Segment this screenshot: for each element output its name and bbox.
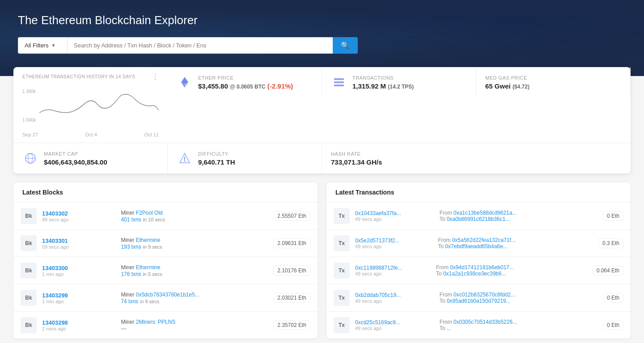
chart-y-high: 1 360k [22,89,36,94]
gas-price-cell: MED GAS PRICE 65 Gwei ($4.72) [476,67,631,97]
page-title: The Ethereum Blockchain Explorer [18,13,626,27]
gas-price-value: 65 Gwei ($4.72) [485,82,530,90]
from-address[interactable]: 0x5a562d22fea132ca71f... [452,237,516,243]
transactions-list: Tx 0x10433aefa37fa... 49 secs ago From 0… [326,203,631,339]
hash-rate-cell: HASH RATE 733,071.34 GH/s [322,143,476,174]
tx-hash[interactable]: 0x10433aefa37fa... [355,210,434,216]
txns-info: 74 txns in 9 secs [121,298,268,305]
transactions-value: 1,315.92 M (14.2 TPS) [352,82,414,90]
from-address[interactable]: 0xa1c13be588dcd9621a... [453,210,517,216]
tx-hash[interactable]: 0x5e2d571373f2... [355,237,432,244]
block-number[interactable]: 13403299 [42,292,115,299]
transactions-cell: TRANSACTIONS 1,315.92 M (14.2 TPS) [322,67,476,97]
block-badge: Bk [21,235,37,251]
txns-info: 401 txns in 10 secs [121,216,268,223]
tx-value: 0 Eth [603,211,623,221]
from-address[interactable]: 0xc012b8325670c8fdd2... [453,292,515,298]
latest-transactions-panel: Latest Transactions Tx 0x10433aefa37fa..… [326,182,631,339]
txns-link[interactable]: 401 txns [121,216,141,223]
chart-title: ETHEREUM TRANSACTION HISTORY IN 14 DAYS [22,74,136,79]
block-number[interactable]: 13403298 [42,319,115,326]
block-info: 13403302 49 secs ago [42,210,115,222]
main-content: Latest Blocks Bk 13403302 49 secs ago Mi… [0,182,644,343]
miner-name[interactable]: 0x5dcb78343780e1b1e5... [136,292,199,298]
miner-label: Miner Ethermine [121,264,268,271]
from-address[interactable]: 0x94d17412181b6eb017... [450,264,514,271]
block-number[interactable]: 13403302 [42,210,115,217]
to-address[interactable]: 0x95ad61b0a150d79219... [447,298,511,304]
block-time: 59 secs ago [42,244,115,250]
tx-time: 49 secs ago [355,216,434,222]
tx-from: From 0x94d17412181b6eb017... [436,264,587,271]
transactions-label: TRANSACTIONS [352,75,414,80]
chevron-down-icon: ▼ [51,43,55,48]
tx-detail: From 0x94d17412181b6eb017... To 0x1a2a1c… [436,264,587,277]
block-miner: Miner F2Pool Old 401 txns in 10 secs [121,210,268,223]
miner-name[interactable]: F2Pool Old [136,210,163,216]
tx-to: To 0x95ad61b0a150d79219... [440,298,597,304]
to-address[interactable]: 0xa0b86991c6218b36c1... [447,216,510,222]
ether-price-cell: ETHER PRICE $3,455.80 @ 0.0605 BTC (-2.9… [168,67,322,97]
tx-badge: Tx [334,263,350,279]
block-info: 13403299 1 min ago [42,292,115,304]
from-address[interactable]: 0x0305c70514d33b5226... [453,319,517,325]
svg-rect-4 [334,81,344,83]
txns-link[interactable]: 74 txns [121,298,138,305]
to-address[interactable]: 0x1a2a1c938ce3ec39b6... [443,271,506,277]
difficulty-icon [177,150,193,166]
tx-hash[interactable]: 0xc1198988712fe... [355,265,431,271]
tx-detail: From 0x0305c70514d33b5226... To ... [440,319,597,331]
gas-price-label: MED GAS PRICE [485,75,530,80]
to-address[interactable]: ... [447,325,451,331]
search-bar: All Filters ▼ 🔍 [18,37,358,54]
txns-link[interactable]: 176 txns [121,271,141,277]
difficulty-cell: DIFFICULTY 9,640.71 TH [168,143,322,174]
block-info: 13403301 59 secs ago [42,237,115,250]
tx-info: 0xcd25c5169ac9... 49 secs ago [355,319,434,331]
svg-rect-5 [334,85,344,86]
ether-price-value: $3,455.80 @ 0.0605 BTC (-2.91%) [198,82,293,90]
miner-name[interactable]: Ethermine [136,237,161,243]
miner-name[interactable]: 2Miners: PPLNS [136,319,176,325]
search-button[interactable]: 🔍 [333,37,358,54]
filter-button[interactable]: All Filters ▼ [18,37,67,54]
tx-hash[interactable]: 0xcd25c5169ac9... [355,319,434,326]
tx-value: 0 Eth [603,320,623,330]
block-time: 49 secs ago [42,217,115,222]
filter-label: All Filters [25,42,48,49]
block-reward: 2.10176 Eth [273,266,310,275]
miner-name[interactable]: Ethermine [136,264,161,271]
latest-transactions-header: Latest Transactions [326,182,631,203]
to-address[interactable]: 0x7ebdf9aeadd65b4a6e... [445,243,507,250]
tx-detail: From 0xc012b8325670c8fdd2... To 0x95ad61… [440,292,597,304]
txns-info: — [121,325,268,332]
tx-from: From 0xa1c13be588dcd9621a... [440,210,597,216]
block-miner: Miner Ethermine 193 txns in 9 secs [121,237,268,250]
search-input[interactable] [67,37,333,54]
tx-badge: Tx [334,317,350,333]
market-cap-icon [22,150,38,166]
block-info: 13403300 1 min ago [42,265,115,277]
txns-link[interactable]: 193 txns [121,244,141,250]
table-row: Bk 13403299 1 min ago Miner 0x5dcb783437… [13,284,318,312]
block-miner: Miner 0x5dcb78343780e1b1e5... 74 txns in… [121,292,268,305]
tx-value: 0.3 Eth [598,238,623,248]
tx-detail: From 0x5a562d22fea132ca71f... To 0x7ebdf… [438,237,593,250]
tx-badge: Tx [334,208,350,224]
block-time: 1 min ago [42,271,115,277]
miner-label: Miner Ethermine [121,237,268,243]
latest-blocks-panel: Latest Blocks Bk 13403302 49 secs ago Mi… [13,182,318,339]
tx-info: 0x10433aefa37fa... 49 secs ago [355,210,434,222]
tx-time: 49 secs ago [355,298,434,304]
block-number[interactable]: 13403301 [42,237,115,244]
block-reward: 2.03021 Eth [273,293,310,303]
tx-hash[interactable]: 0xb2ddab705c19... [355,292,434,298]
transaction-chart [39,89,159,125]
table-row: Tx 0xcd25c5169ac9... 49 secs ago From 0x… [326,312,631,339]
txns-link[interactable]: — [121,326,126,332]
chart-menu-icon[interactable]: ⋮ [152,72,159,81]
table-row: Bk 13403298 2 mins ago Miner 2Miners: PP… [13,312,318,339]
block-number[interactable]: 13403300 [42,265,115,271]
table-row: Bk 13403301 59 secs ago Miner Ethermine … [13,230,318,257]
latest-blocks-header: Latest Blocks [13,182,318,203]
